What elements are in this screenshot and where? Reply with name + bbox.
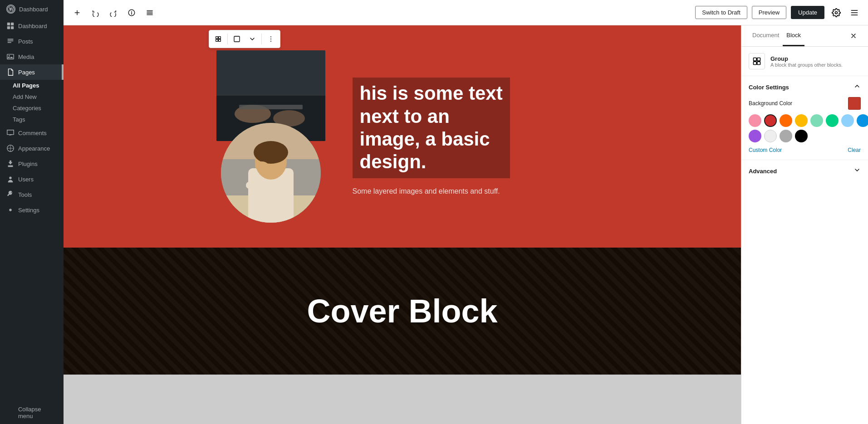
sidebar-item-dashboard[interactable]: Dashboard <box>0 18 64 34</box>
red-section: his is some textnext to animage, a basic… <box>64 25 741 248</box>
color-settings-toggle <box>853 83 861 92</box>
editor-panel-row: his is some textnext to animage, a basic… <box>64 25 868 424</box>
posts-icon <box>6 37 15 45</box>
sidebar-item-settings[interactable]: Settings <box>0 202 64 218</box>
align-button[interactable] <box>230 32 244 46</box>
tab-document[interactable]: Document <box>749 25 783 46</box>
color-settings-title: Color Settings <box>749 84 789 91</box>
undo-button[interactable] <box>87 5 103 21</box>
dashboard-icon <box>6 22 15 30</box>
color-swatch-black[interactable] <box>795 130 808 142</box>
color-swatch-vivid-red[interactable]: ✓ <box>764 114 777 127</box>
block-more-options-button[interactable] <box>264 32 278 46</box>
collapse-menu-button[interactable]: Collapse menu <box>0 401 64 424</box>
color-settings-header[interactable]: Color Settings <box>749 83 861 92</box>
block-toolbar <box>209 30 280 48</box>
background-color-row: Background Color <box>749 97 861 110</box>
main-area: Switch to Draft Preview Update <box>64 0 868 424</box>
svg-text:W: W <box>9 7 14 12</box>
sidebar-item-label: Dashboard <box>18 23 47 29</box>
color-swatch-light-gray[interactable] <box>764 130 777 142</box>
color-swatch-medium-gray[interactable] <box>780 130 792 142</box>
sidebar-item-label: Settings <box>18 207 39 214</box>
more-options-button[interactable] <box>846 5 863 21</box>
block-type-icon-box <box>749 53 765 69</box>
color-swatch-vivid-orange[interactable] <box>780 114 792 127</box>
sidebar-item-label: Appearance <box>18 145 50 152</box>
sidebar-item-label: Users <box>18 176 34 183</box>
color-swatch-vivid-amber[interactable] <box>795 114 808 127</box>
settings-panel-button[interactable] <box>828 5 844 21</box>
canvas-area[interactable]: his is some textnext to animage, a basic… <box>64 25 741 424</box>
svg-rect-32 <box>246 182 271 189</box>
block-type-icon <box>215 35 222 43</box>
svg-rect-35 <box>754 62 757 65</box>
color-swatch-pale-cyan-blue[interactable] <box>841 114 854 127</box>
tab-block[interactable]: Block <box>783 25 804 46</box>
svg-rect-14 <box>216 39 218 42</box>
align-dropdown-button[interactable] <box>245 32 260 46</box>
svg-point-10 <box>9 209 11 211</box>
media-icon <box>6 53 15 61</box>
color-swatch-vivid-cyan-blue[interactable] <box>857 114 868 127</box>
svg-rect-13 <box>219 37 221 39</box>
svg-rect-3 <box>11 23 14 25</box>
svg-point-18 <box>270 39 271 39</box>
svg-point-19 <box>270 41 271 42</box>
color-swatch-pale-pink[interactable] <box>749 114 761 127</box>
list-view-icon <box>146 9 154 17</box>
sidebar-item-posts[interactable]: Posts <box>0 34 64 49</box>
submenu-all-pages[interactable]: All Pages <box>6 80 64 91</box>
align-icon <box>233 35 240 43</box>
sidebar-item-plugins[interactable]: Plugins <box>0 156 64 171</box>
panel-close-button[interactable] <box>846 29 861 43</box>
update-button[interactable]: Update <box>791 6 824 19</box>
info-button[interactable] <box>123 5 140 21</box>
svg-point-31 <box>255 161 269 171</box>
svg-rect-6 <box>7 54 14 59</box>
submenu-categories[interactable]: Categories <box>6 102 64 114</box>
undo-icon <box>91 9 99 17</box>
more-options-icon <box>850 8 859 17</box>
list-view-button[interactable] <box>142 5 158 21</box>
block-type-button[interactable] <box>211 32 226 46</box>
switch-to-draft-button[interactable]: Switch to Draft <box>695 6 747 19</box>
redo-icon <box>109 9 118 17</box>
preview-button[interactable]: Preview <box>752 6 786 19</box>
clear-color-button[interactable]: Clear <box>848 147 861 153</box>
svg-point-9 <box>9 177 11 179</box>
sidebar-item-comments[interactable]: Comments <box>0 125 64 141</box>
advanced-header[interactable]: Advanced <box>749 166 861 175</box>
sidebar-item-users[interactable]: Users <box>0 171 64 187</box>
sidebar-logo[interactable]: W Dashboard <box>0 0 64 18</box>
color-swatch-light-green-cyan[interactable] <box>810 114 823 127</box>
right-panel: Document Block Group A block that groups… <box>741 25 868 424</box>
submenu-add-new[interactable]: Add New <box>6 91 64 102</box>
sidebar: W Dashboard Dashboard Posts Media Pages … <box>0 0 64 424</box>
sidebar-item-appearance[interactable]: Appearance <box>0 141 64 156</box>
sidebar-item-label: Plugins <box>18 161 38 167</box>
custom-color-link[interactable]: Custom Color <box>749 147 782 153</box>
red-section-inner: his is some textnext to animage, a basic… <box>198 32 607 241</box>
sidebar-item-media[interactable]: Media <box>0 49 64 64</box>
color-swatch-vivid-green-cyan[interactable] <box>826 114 839 127</box>
color-swatch-vivid-purple[interactable] <box>749 130 761 142</box>
color-settings-section: Color Settings Background Color ✓ <box>741 76 868 160</box>
sidebar-item-tools[interactable]: Tools <box>0 187 64 202</box>
svg-rect-2 <box>7 23 10 25</box>
svg-point-30 <box>254 141 288 164</box>
wp-logo-icon: W <box>6 5 15 14</box>
selected-color-swatch[interactable] <box>848 97 861 110</box>
block-title: Group <box>770 55 843 62</box>
block-header: Group A block that groups other blocks. <box>741 47 868 76</box>
block-info: Group A block that groups other blocks. <box>770 55 843 68</box>
submenu-tags[interactable]: Tags <box>6 114 64 125</box>
sidebar-item-pages[interactable]: Pages <box>0 64 64 80</box>
chevron-up-icon <box>853 83 861 90</box>
tools-icon <box>6 190 15 199</box>
redo-button[interactable] <box>105 5 122 21</box>
sidebar-item-label: Tools <box>18 191 32 198</box>
sidebar-logo-label: Dashboard <box>19 6 48 13</box>
add-block-button[interactable] <box>69 5 85 21</box>
pages-icon <box>6 68 15 76</box>
